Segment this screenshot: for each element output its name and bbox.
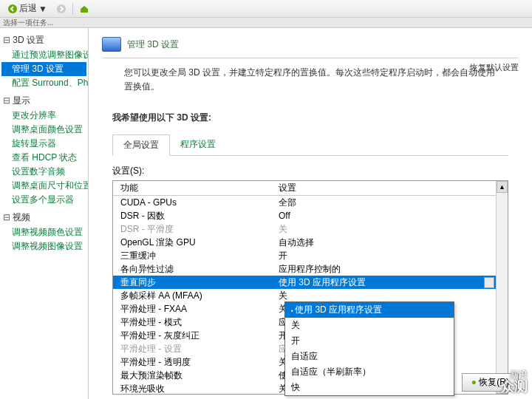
- tree-item[interactable]: 更改分辨率: [1, 109, 86, 123]
- tree-item[interactable]: 查看 HDCP 状态: [1, 151, 86, 165]
- tree-item[interactable]: 管理 3D 设置: [1, 62, 86, 76]
- forward-arrow-icon: [56, 4, 66, 14]
- scroll-up-button[interactable]: ▲: [497, 181, 508, 193]
- vsync-dropdown[interactable]: 使用 3D 应用程序设置关开自适应自适应（半刷新率）快: [284, 301, 454, 396]
- table-row[interactable]: 三重缓冲开: [113, 249, 496, 262]
- tree-item[interactable]: 调整桌面尺寸和位置: [1, 179, 86, 193]
- svg-point-0: [8, 4, 17, 13]
- tree-group-head[interactable]: 3D 设置: [1, 33, 86, 48]
- divider: [102, 58, 519, 58]
- dropdown-item[interactable]: 开: [285, 333, 454, 349]
- tree-group-head[interactable]: 视频: [1, 210, 86, 225]
- table-header: 功能设置: [113, 181, 496, 196]
- forward-button: [53, 2, 69, 16]
- tree-item[interactable]: 调整桌面颜色设置: [1, 123, 86, 137]
- content-area: 管理 3D 设置 恢复默认设置 您可以更改全局 3D 设置，并建立特定程序的置换…: [89, 28, 532, 399]
- table-row[interactable]: CUDA - GPUs全部: [113, 196, 496, 209]
- description: 您可以更改全局 3D 设置，并建立特定程序的置换值。每次这些特定程序启动时，都会…: [124, 66, 497, 94]
- chevron-down-icon[interactable]: ⌄: [484, 277, 494, 288]
- toolbar: 后退 ▼: [0, 0, 532, 18]
- dropdown-item[interactable]: 使用 3D 应用程序设置: [285, 302, 454, 318]
- tree-item[interactable]: 调整视频颜色设置: [1, 225, 86, 239]
- table-row[interactable]: DSR - 因数Off: [113, 209, 496, 222]
- table-row[interactable]: DSR - 平滑度关: [113, 222, 496, 236]
- monitor-icon: [102, 37, 121, 52]
- back-arrow-icon: [7, 4, 18, 14]
- tabs: 全局设置程序设置: [112, 134, 508, 156]
- restore-defaults-link[interactable]: 恢复默认设置: [470, 62, 519, 73]
- dropdown-item[interactable]: 自适应: [285, 349, 454, 364]
- tree-item[interactable]: 通过预览调整图像设置: [1, 48, 86, 62]
- dropdown-item[interactable]: 快: [285, 380, 454, 395]
- table-row[interactable]: 各向异性过滤应用程序控制的: [113, 262, 496, 276]
- tree-group-head[interactable]: 显示: [1, 93, 86, 109]
- tree-item[interactable]: 设置多个显示器: [1, 193, 86, 207]
- scrollbar[interactable]: ▲ ▼: [496, 181, 508, 394]
- tree-item[interactable]: 配置 Surround、PhysX: [1, 76, 86, 90]
- separator: [72, 3, 73, 15]
- home-icon: [79, 4, 89, 14]
- sidebar: 3D 设置通过预览调整图像设置管理 3D 设置配置 Surround、PhysX…: [0, 28, 89, 399]
- table-row[interactable]: 多帧采样 AA (MFAA)关: [113, 289, 496, 302]
- tab[interactable]: 程序设置: [170, 134, 226, 155]
- restore-button[interactable]: 恢复(R): [462, 373, 519, 392]
- tab[interactable]: 全局设置: [112, 134, 170, 156]
- tree-item[interactable]: 调整视频图像设置: [1, 239, 86, 253]
- table-row[interactable]: OpenGL 渲染 GPU自动选择: [113, 236, 496, 249]
- home-button[interactable]: [76, 2, 92, 16]
- settings-label: 设置(S):: [112, 165, 508, 177]
- want-label: 我希望使用以下 3D 设置:: [112, 112, 508, 124]
- back-button[interactable]: 后退 ▼: [4, 1, 50, 16]
- dropdown-item[interactable]: 关: [285, 318, 454, 333]
- table-row[interactable]: 垂直同步使用 3D 应用程序设置⌄: [113, 276, 496, 289]
- tree-item[interactable]: 旋转显示器: [1, 137, 86, 151]
- page-title: 管理 3D 设置: [102, 37, 519, 52]
- svg-point-1: [57, 4, 66, 13]
- scroll-track[interactable]: [497, 193, 508, 382]
- tree-item[interactable]: 设置数字音频: [1, 165, 86, 179]
- task-bar: 选择一项任务...: [0, 18, 532, 28]
- settings-grid: 功能设置CUDA - GPUs全部DSR - 因数OffDSR - 平滑度关Op…: [112, 180, 508, 395]
- dropdown-item[interactable]: 自适应（半刷新率）: [285, 364, 454, 380]
